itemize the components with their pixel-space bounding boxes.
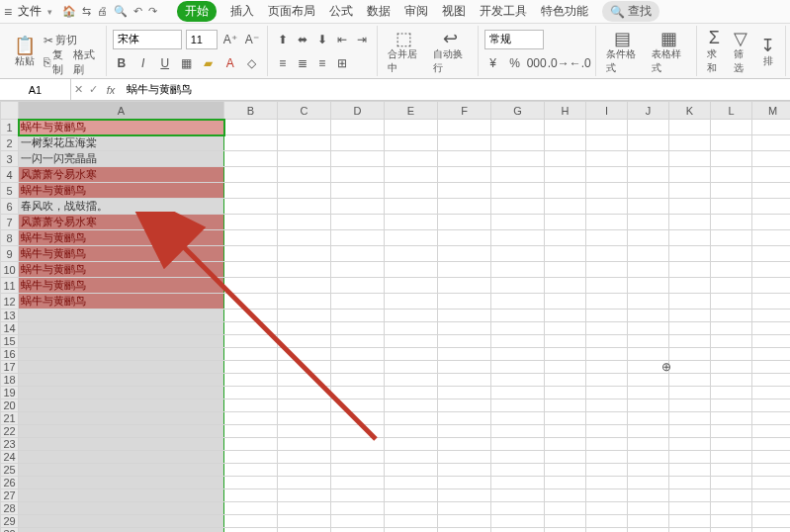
col-header-J[interactable]: J (628, 102, 669, 120)
fx-icon[interactable]: fx (101, 84, 121, 96)
tab-data[interactable]: 数据 (367, 3, 391, 20)
cell[interactable] (278, 199, 331, 215)
cell[interactable] (385, 294, 438, 310)
cell[interactable] (628, 464, 669, 477)
cell[interactable] (385, 464, 438, 477)
row-header[interactable]: 21 (1, 412, 19, 425)
cell[interactable] (438, 425, 491, 438)
cell[interactable] (224, 399, 278, 412)
cell[interactable] (224, 262, 278, 278)
wrap-text-button[interactable]: ↩ 自动换行 (429, 28, 471, 75)
cell[interactable] (385, 515, 438, 528)
cell[interactable] (224, 183, 278, 199)
cell[interactable] (669, 412, 711, 425)
cell[interactable] (331, 183, 385, 199)
row-header[interactable]: 17 (1, 361, 19, 374)
cell[interactable] (224, 477, 278, 489)
cell[interactable] (278, 262, 331, 278)
cell[interactable] (752, 489, 791, 502)
tab-insert[interactable]: 插入 (230, 3, 254, 20)
cell[interactable] (19, 399, 224, 412)
row-header[interactable]: 26 (1, 477, 19, 489)
cell[interactable] (545, 502, 586, 515)
row-header[interactable]: 23 (1, 438, 19, 451)
cell[interactable] (628, 246, 669, 262)
cell[interactable] (331, 230, 385, 246)
cell[interactable] (628, 120, 669, 135)
cell[interactable] (669, 489, 711, 502)
cell[interactable] (224, 387, 278, 399)
number-format-select[interactable] (484, 30, 544, 49)
cell[interactable] (545, 438, 586, 451)
cell[interactable] (331, 425, 385, 438)
dec-increase-icon[interactable]: .0→ (550, 54, 568, 72)
cell[interactable] (491, 489, 545, 502)
tab-start[interactable]: 开始 (177, 1, 217, 22)
cell[interactable] (752, 438, 791, 451)
qat-home-icon[interactable]: 🏠 (62, 5, 76, 18)
cell[interactable] (711, 515, 752, 528)
cell[interactable] (752, 135, 791, 151)
cell[interactable] (278, 246, 331, 262)
cell[interactable] (752, 215, 791, 230)
cell[interactable] (278, 528, 331, 533)
cell[interactable] (224, 310, 278, 322)
qat-redo-icon[interactable]: ↷ (148, 5, 157, 18)
cell[interactable] (752, 183, 791, 199)
cell[interactable] (491, 374, 545, 387)
cell[interactable] (278, 167, 331, 183)
cell[interactable] (628, 489, 669, 502)
row-header[interactable]: 11 (1, 278, 19, 294)
qat-print-icon[interactable]: 🖨 (97, 5, 108, 18)
row-header[interactable]: 1 (1, 120, 19, 135)
cell[interactable] (331, 502, 385, 515)
font-name-select[interactable] (113, 30, 182, 49)
cell[interactable] (385, 322, 438, 335)
cell[interactable] (752, 199, 791, 215)
cell[interactable] (331, 120, 385, 135)
cell[interactable] (752, 246, 791, 262)
cell[interactable] (586, 246, 628, 262)
cell[interactable] (438, 348, 491, 361)
cell[interactable] (19, 489, 224, 502)
clear-format-icon[interactable]: ◇ (243, 54, 261, 72)
cell[interactable] (711, 120, 752, 135)
cell[interactable] (331, 151, 385, 167)
cell[interactable] (224, 120, 278, 135)
cell[interactable] (711, 348, 752, 361)
cell[interactable] (224, 515, 278, 528)
row-header[interactable]: 25 (1, 464, 19, 477)
cell[interactable] (628, 230, 669, 246)
cell[interactable] (669, 246, 711, 262)
cell[interactable] (224, 215, 278, 230)
qat-undo-icon[interactable]: ↶ (133, 5, 142, 18)
cell[interactable] (438, 262, 491, 278)
row-header[interactable]: 2 (1, 135, 19, 151)
cell[interactable] (711, 278, 752, 294)
tab-review[interactable]: 审阅 (404, 3, 428, 20)
cell[interactable] (224, 412, 278, 425)
cell[interactable] (438, 215, 491, 230)
row-header[interactable]: 3 (1, 151, 19, 167)
cut-button[interactable]: ✂剪切 (44, 33, 77, 47)
row-header[interactable]: 27 (1, 489, 19, 502)
col-header-A[interactable]: A (19, 102, 224, 120)
cell[interactable] (669, 215, 711, 230)
cell[interactable] (278, 183, 331, 199)
cell[interactable] (586, 335, 628, 348)
copy-button[interactable]: ⎘复制 (44, 47, 69, 77)
cell[interactable] (586, 278, 628, 294)
col-header-L[interactable]: L (711, 102, 752, 120)
cell[interactable] (628, 310, 669, 322)
cell[interactable] (752, 361, 791, 374)
cell[interactable] (19, 387, 224, 399)
cell[interactable] (491, 438, 545, 451)
cell[interactable] (224, 151, 278, 167)
cell[interactable] (669, 151, 711, 167)
cell[interactable] (385, 451, 438, 464)
cell[interactable] (545, 515, 586, 528)
cell[interactable] (224, 348, 278, 361)
cell[interactable] (545, 387, 586, 399)
cell[interactable] (385, 262, 438, 278)
cell[interactable] (438, 374, 491, 387)
